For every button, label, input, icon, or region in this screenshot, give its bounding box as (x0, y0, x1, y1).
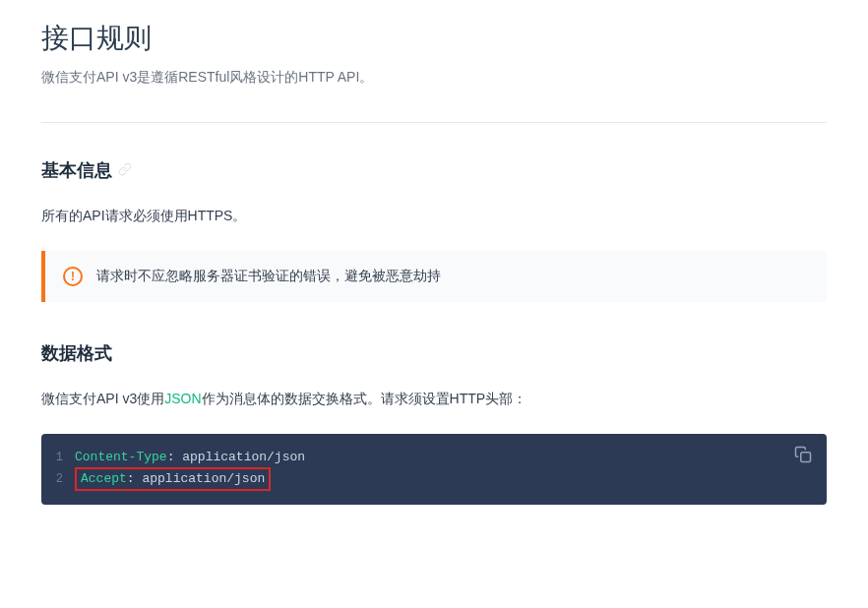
copy-button[interactable] (793, 446, 813, 465)
copy-icon (794, 446, 812, 463)
code-line-1: 1 Content-Type: application/json (41, 448, 827, 467)
code-line-2: 2 Accept: application/json (41, 467, 827, 491)
code-block: 1 Content-Type: application/json 2 Accep… (41, 434, 827, 505)
section-basic-heading-text: 基本信息 (41, 158, 112, 182)
section-basic-heading: 基本信息 (41, 158, 827, 182)
anchor-link-icon[interactable] (118, 162, 132, 179)
format-text: 微信支付API v3使用JSON作为消息体的数据交换格式。请求须设置HTTP头部… (41, 391, 827, 408)
basic-info-text: 所有的API请求必须使用HTTPS。 (41, 208, 827, 225)
page-title: 接口规则 (41, 20, 827, 57)
warning-callout: ! 请求时不应忽略服务器证书验证的错误，避免被恶意劫持 (41, 251, 827, 302)
divider (41, 122, 827, 123)
svg-rect-0 (801, 453, 811, 462)
warning-icon: ! (63, 267, 83, 286)
page-intro: 微信支付API v3是遵循RESTful风格设计的HTTP API。 (41, 69, 827, 87)
json-link[interactable]: JSON (164, 391, 201, 406)
code-content-1: Content-Type: application/json (75, 448, 305, 467)
code-content-2: Accept: application/json (75, 467, 271, 491)
section-format-heading: 数据格式 (41, 341, 827, 365)
line-number: 2 (41, 469, 75, 489)
line-number: 1 (41, 448, 75, 467)
format-text-before: 微信支付API v3使用 (41, 391, 164, 406)
warning-text: 请求时不应忽略服务器证书验证的错误，避免被恶意劫持 (96, 268, 441, 285)
highlight-box: Accept: application/json (75, 467, 271, 491)
format-text-after: 作为消息体的数据交换格式。请求须设置HTTP头部： (202, 391, 527, 406)
section-format-heading-text: 数据格式 (41, 341, 112, 365)
